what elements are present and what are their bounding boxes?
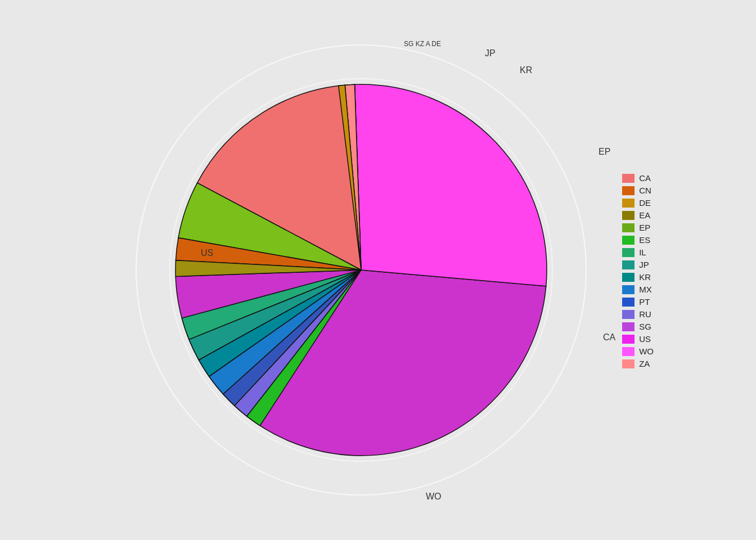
legend-item-ea: EA bbox=[622, 210, 654, 220]
legend: CA CN DE EA EP ES IL JP KR MX PT RU SG U… bbox=[622, 169, 654, 371]
pie-label-ca: CA bbox=[603, 332, 616, 342]
legend-label-es: ES bbox=[639, 235, 650, 245]
legend-swatch-ru bbox=[622, 310, 634, 319]
legend-label-ru: RU bbox=[639, 309, 651, 319]
pie-label-wo: WO bbox=[426, 492, 442, 501]
chart-area: WO CA EP JP KR SG KZ A DE US CA CN DE EA bbox=[97, 11, 659, 529]
legend-item-kr: KR bbox=[622, 272, 654, 282]
legend-swatch-pt bbox=[622, 298, 634, 307]
legend-item-ru: RU bbox=[622, 309, 654, 319]
legend-swatch-es bbox=[622, 236, 634, 245]
legend-label-mx: MX bbox=[639, 285, 652, 294]
legend-swatch-de bbox=[622, 199, 634, 208]
legend-item-ep: EP bbox=[622, 223, 654, 232]
legend-label-il: IL bbox=[639, 248, 646, 257]
legend-swatch-mx bbox=[622, 285, 634, 294]
legend-item-pt: PT bbox=[622, 297, 654, 307]
pie-chart: WO CA EP JP KR SG KZ A DE US bbox=[114, 17, 620, 523]
legend-item-sg: SG bbox=[622, 322, 654, 331]
legend-item-cn: CN bbox=[622, 186, 654, 195]
legend-item-za: ZA bbox=[622, 359, 654, 368]
legend-swatch-wo bbox=[622, 347, 634, 356]
legend-label-ea: EA bbox=[639, 210, 650, 220]
legend-label-sg: SG bbox=[639, 322, 651, 331]
legend-swatch-ea bbox=[622, 211, 634, 220]
legend-label-pt: PT bbox=[639, 297, 650, 307]
legend-swatch-il bbox=[622, 248, 634, 257]
legend-label-cn: CN bbox=[639, 186, 651, 195]
legend-label-ca: CA bbox=[639, 173, 651, 183]
pie-label-jp: JP bbox=[485, 48, 496, 58]
legend-item-ca: CA bbox=[622, 173, 654, 183]
legend-label-za: ZA bbox=[639, 359, 650, 368]
legend-swatch-jp bbox=[622, 260, 634, 269]
legend-swatch-ep bbox=[622, 223, 634, 232]
legend-label-kr: KR bbox=[639, 272, 651, 282]
legend-label-ep: EP bbox=[639, 223, 650, 232]
legend-swatch-ca bbox=[622, 174, 634, 183]
legend-item-jp: JP bbox=[622, 260, 654, 269]
pie-label-stacked: SG KZ A DE bbox=[404, 40, 441, 48]
legend-swatch-za bbox=[622, 359, 634, 368]
legend-item-es: ES bbox=[622, 235, 654, 245]
legend-item-il: IL bbox=[622, 248, 654, 257]
legend-item-us: US bbox=[622, 334, 654, 344]
legend-label-us: US bbox=[639, 334, 651, 344]
legend-item-mx: MX bbox=[622, 285, 654, 294]
legend-items: CA CN DE EA EP ES IL JP KR MX PT RU SG U… bbox=[622, 173, 654, 368]
legend-swatch-kr bbox=[622, 273, 634, 282]
legend-item-wo: WO bbox=[622, 346, 654, 356]
slice-wopink bbox=[354, 84, 547, 286]
legend-label-jp: JP bbox=[639, 260, 649, 269]
legend-swatch-us bbox=[622, 335, 634, 344]
pie-label-kr: KR bbox=[520, 65, 532, 75]
legend-swatch-sg bbox=[622, 322, 634, 331]
legend-label-wo: WO bbox=[639, 346, 654, 356]
pie-label-us: US bbox=[201, 248, 213, 258]
legend-swatch-cn bbox=[622, 186, 634, 195]
pie-label-ep: EP bbox=[598, 147, 610, 156]
legend-item-de: DE bbox=[622, 198, 654, 208]
chart-container: WO CA EP JP KR SG KZ A DE US CA CN DE EA bbox=[0, 0, 756, 540]
legend-label-de: DE bbox=[639, 198, 651, 208]
